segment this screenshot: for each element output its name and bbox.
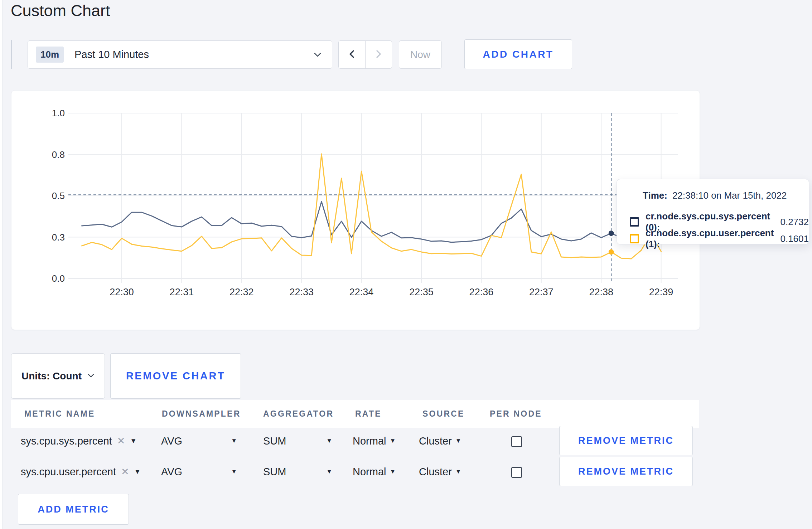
svg-text:22:37: 22:37 [529,287,554,297]
rate-value: Normal [353,466,386,478]
rate-select[interactable]: Normal ▼ [353,426,396,456]
series-swatch-icon [630,234,639,243]
metric-name-select[interactable]: sys.cpu.user.percent ✕ ▼ [21,457,141,487]
downsampler-select[interactable]: AVG ▼ [161,426,237,456]
metric-row: sys.cpu.sys.percent ✕ ▼ AVG ▼ SUM ▼ Norm… [11,426,699,456]
per-node-checkbox[interactable] [511,467,522,478]
now-button[interactable]: Now [399,40,442,69]
aggregator-value: SUM [263,435,286,447]
svg-text:22:35: 22:35 [409,287,434,297]
downsampler-value: AVG [161,466,182,478]
metric-name-value: sys.cpu.user.percent [21,466,116,478]
dropdown-arrow-icon: ▼ [390,468,396,475]
prev-time-button[interactable] [339,41,365,68]
dropdown-arrow-icon: ▼ [231,437,237,445]
source-select[interactable]: Cluster ▼ [419,426,461,456]
dropdown-arrow-icon: ▼ [455,468,461,475]
svg-text:22:36: 22:36 [469,287,494,297]
svg-text:0.8: 0.8 [52,149,65,160]
col-header-rate: RATE [355,400,382,428]
clear-metric-icon[interactable]: ✕ [117,435,125,447]
remove-metric-button[interactable]: REMOVE METRIC [559,426,693,455]
dropdown-arrow-icon: ▼ [326,468,332,475]
time-range-select[interactable]: 10m Past 10 Minutes [28,40,332,69]
chart-plot-area[interactable]: 0.00.30.50.81.022:3022:3122:3222:3322:34… [11,91,700,330]
dropdown-arrow-icon: ▼ [390,437,396,445]
col-header-downsampler: DOWNSAMPLER [162,400,241,428]
col-header-aggregator: AGGREGATOR [263,400,334,428]
source-select[interactable]: Cluster ▼ [419,457,461,487]
page-title: Custom Chart [11,1,110,20]
time-range-label: Past 10 Minutes [74,49,149,60]
dropdown-arrow-icon: ▼ [130,437,137,445]
tooltip-series-name: cr.node.sys.cpu.user.percent (1): [646,228,775,250]
chevron-down-icon [87,373,95,379]
chart-card: 0.00.30.50.81.022:3022:3122:3222:3322:34… [11,90,700,330]
metric-name-value: sys.cpu.sys.percent [21,435,112,447]
clear-metric-icon[interactable]: ✕ [121,466,129,477]
page-left-edge [0,0,3,529]
tooltip-time-label: Time: [643,190,667,201]
tooltip-time-value: 22:38:10 on Mar 15th, 2022 [672,190,787,201]
metrics-table-header: METRIC NAME DOWNSAMPLER AGGREGATOR RATE … [11,400,699,428]
chart-hover-tooltip: Time:22:38:10 on Mar 15th, 2022 cr.node.… [617,179,809,244]
dropdown-arrow-icon: ▼ [134,468,141,476]
svg-text:1.0: 1.0 [52,108,65,118]
svg-text:0.5: 0.5 [52,190,65,201]
source-value: Cluster [419,435,452,447]
svg-text:22:34: 22:34 [349,287,374,297]
per-node-checkbox[interactable] [511,436,522,447]
tooltip-series-value: 0.2732 [780,217,809,228]
rate-value: Normal [353,435,386,447]
dropdown-arrow-icon: ▼ [326,437,332,445]
source-value: Cluster [419,466,452,478]
downsampler-value: AVG [161,435,182,447]
aggregator-select[interactable]: SUM ▼ [263,426,332,456]
toolbar-divider [11,40,12,69]
svg-text:22:31: 22:31 [170,287,194,297]
downsampler-select[interactable]: AVG ▼ [161,457,237,487]
tooltip-series-value: 0.1601 [780,233,809,244]
series-swatch-icon [630,217,639,227]
units-label: Units: Count [21,370,82,382]
add-metric-button[interactable]: ADD METRIC [18,494,129,525]
remove-metric-button[interactable]: REMOVE METRIC [559,457,693,486]
col-header-metric-name: METRIC NAME [24,400,95,428]
svg-text:22:32: 22:32 [229,287,254,297]
next-time-button[interactable] [365,41,392,68]
col-header-per-node: PER NODE [490,400,542,428]
dropdown-arrow-icon: ▼ [455,437,461,445]
tooltip-time: Time:22:38:10 on Mar 15th, 2022 [643,190,787,201]
chevron-left-icon [347,49,357,60]
metric-name-select[interactable]: sys.cpu.sys.percent ✕ ▼ [21,426,137,456]
svg-text:0.3: 0.3 [52,232,65,243]
rate-select[interactable]: Normal ▼ [353,457,396,487]
remove-chart-button[interactable]: REMOVE CHART [110,353,241,399]
chevron-right-icon [374,49,383,60]
svg-text:22:30: 22:30 [110,287,134,297]
svg-text:22:33: 22:33 [289,287,314,297]
svg-text:22:39: 22:39 [649,287,673,297]
chevron-down-icon [313,52,322,59]
metric-row: sys.cpu.user.percent ✕ ▼ AVG ▼ SUM ▼ Nor… [11,457,699,487]
aggregator-select[interactable]: SUM ▼ [263,457,332,487]
custom-chart-page: { "page": {"title": "Custom Chart", "bac… [0,0,812,529]
time-range-badge: 10m [36,47,64,63]
col-header-source: SOURCE [422,400,465,428]
add-chart-button[interactable]: ADD CHART [464,39,572,69]
dropdown-arrow-icon: ▼ [231,468,237,475]
svg-text:22:38: 22:38 [589,287,613,297]
units-select[interactable]: Units: Count [11,353,105,399]
svg-text:0.0: 0.0 [52,273,65,284]
time-nav-group [338,40,392,69]
aggregator-value: SUM [263,466,286,478]
tooltip-series-row: cr.node.sys.cpu.user.percent (1): 0.1601 [630,228,809,250]
